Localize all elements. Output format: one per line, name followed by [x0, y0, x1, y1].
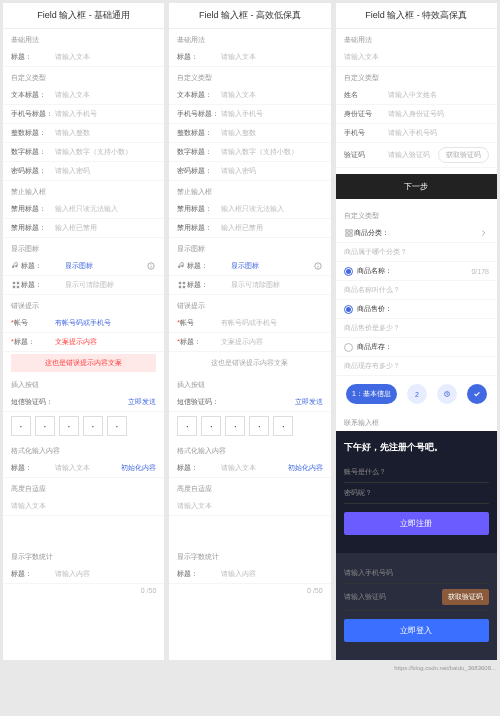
steps: 1：基本信息 2: [336, 376, 497, 412]
field-phone[interactable]: 手机号标题：请输入手机号: [3, 105, 164, 124]
send-button[interactable]: 立即发送: [295, 397, 323, 407]
code-box[interactable]: ·: [59, 416, 79, 436]
svg-rect-3: [13, 286, 15, 288]
field-code[interactable]: 验证码请输入验证码获取验证码: [336, 143, 497, 168]
field-pwd[interactable]: 密码标题：请输入密码: [3, 162, 164, 181]
field-icon-left[interactable]: 标题：显示图标: [169, 257, 330, 276]
field-name[interactable]: 姓名请输入中文姓名: [336, 86, 497, 105]
grid-icon: [177, 280, 187, 290]
field-error-phone[interactable]: 帐号有帐号码或手机号: [3, 314, 164, 333]
login-button[interactable]: 立即登入: [344, 619, 489, 642]
char-count: 0/178: [471, 268, 489, 275]
field-pname[interactable]: 商品名称叫什么？: [336, 281, 497, 300]
radio-icon[interactable]: [344, 305, 353, 314]
chevron-right-icon[interactable]: [479, 228, 489, 238]
field-stock-hdr: 商品库存：: [336, 338, 497, 357]
svg-rect-8: [179, 286, 181, 288]
field-phone[interactable]: 手机号请输入手机号码: [336, 124, 497, 143]
music-icon: [177, 261, 187, 271]
field-price[interactable]: 商品售价是多少？: [336, 319, 497, 338]
code-box[interactable]: ·: [35, 416, 55, 436]
code-box[interactable]: ·: [249, 416, 269, 436]
radio-icon[interactable]: [344, 343, 353, 352]
field-error-phone[interactable]: 帐号有帐号码或手机号: [169, 314, 330, 333]
code-box[interactable]: ·: [11, 416, 31, 436]
code-box[interactable]: ·: [177, 416, 197, 436]
label: 标题：: [11, 52, 55, 62]
field-auto[interactable]: 请输入文本: [3, 497, 164, 516]
svg-rect-10: [345, 230, 347, 232]
field-icon-left[interactable]: 标题：显示图标: [3, 257, 164, 276]
field-password[interactable]: 密码呢？: [344, 483, 489, 504]
field-basic[interactable]: 请输入文本: [336, 48, 497, 67]
music-icon: [11, 261, 21, 271]
send-button[interactable]: 立即发送: [128, 397, 156, 407]
init-button[interactable]: 初始化内容: [288, 463, 323, 473]
init-button[interactable]: 初始化内容: [121, 463, 156, 473]
get-code-button[interactable]: 获取验证码: [442, 589, 489, 605]
field-sms[interactable]: 短信验证码：立即发送: [3, 393, 164, 412]
field-format[interactable]: 标题：请输入文本初始化内容: [169, 459, 330, 478]
login-panel: 请输入手机号码 请输入验证码 获取验证码 立即登入: [336, 553, 497, 660]
field-auto[interactable]: 请输入文本: [169, 497, 330, 516]
field-category-ph[interactable]: 商品属于哪个分类？: [336, 243, 497, 262]
section-icon: 显示图标: [3, 238, 164, 257]
register-button[interactable]: 立即注册: [344, 512, 489, 535]
field-text[interactable]: 文本标题：请输入文本: [169, 86, 330, 105]
code-boxes[interactable]: · · · · ·: [169, 412, 330, 440]
step-3[interactable]: [437, 384, 457, 404]
section-custom: 自定义类型: [3, 67, 164, 86]
next-button[interactable]: 下一步: [336, 174, 497, 199]
svg-rect-13: [349, 234, 351, 236]
field-count[interactable]: 标题：请输入内容: [3, 565, 164, 584]
radio-icon[interactable]: [344, 267, 353, 276]
info-icon[interactable]: [313, 261, 323, 271]
svg-rect-11: [349, 230, 351, 232]
field-sms[interactable]: 短信验证码：立即发送: [169, 393, 330, 412]
input[interactable]: 请输入文本: [55, 52, 156, 62]
field-id[interactable]: 身份证号请输入身份证号码: [336, 105, 497, 124]
panel-title: 下午好，先注册个号吧。: [344, 441, 489, 454]
col-title: Field 输入框 - 高效低保真: [169, 3, 330, 29]
field-phone[interactable]: 请输入手机号码: [344, 563, 489, 584]
field-text[interactable]: 文本标题：请输入文本: [3, 86, 164, 105]
info-icon[interactable]: [146, 261, 156, 271]
svg-rect-2: [17, 282, 19, 284]
field-num[interactable]: 数字标题：请输入数字（支持小数）: [169, 143, 330, 162]
field-count[interactable]: 标题：请输入内容: [169, 565, 330, 584]
step-2[interactable]: 2: [407, 384, 427, 404]
step-1[interactable]: 1：基本信息: [346, 384, 397, 404]
code-box[interactable]: ·: [201, 416, 221, 436]
field-int[interactable]: 整数标题：请输入整数: [3, 124, 164, 143]
svg-rect-6: [179, 282, 181, 284]
error-message: 这也是错误提示内容文案: [177, 354, 322, 372]
field-pwd[interactable]: 密码标题：请输入密码: [169, 162, 330, 181]
field-account[interactable]: 账号是什么？: [344, 462, 489, 483]
code-box[interactable]: ·: [107, 416, 127, 436]
code-boxes[interactable]: · · · · ·: [3, 412, 164, 440]
field-category[interactable]: 商品分类：: [336, 224, 497, 243]
field-format[interactable]: 标题：请输入文本初始化内容: [3, 459, 164, 478]
get-code-button[interactable]: 获取验证码: [438, 147, 489, 163]
field-phone[interactable]: 手机号标题：请输入手机号: [169, 105, 330, 124]
field-basic[interactable]: 标题： 请输入文本: [3, 48, 164, 67]
field-num[interactable]: 数字标题：请输入数字（支持小数）: [3, 143, 164, 162]
field-stock[interactable]: 商品现存有多少？: [336, 357, 497, 376]
step-done[interactable]: [467, 384, 487, 404]
svg-rect-12: [345, 234, 347, 236]
field-code[interactable]: 请输入验证码 获取验证码: [344, 584, 489, 611]
field-pname-hdr: 商品名称： 0/178: [336, 262, 497, 281]
code-box[interactable]: ·: [225, 416, 245, 436]
field-icon-clear[interactable]: 标题：显示可清除图标: [3, 276, 164, 295]
category-icon: [344, 228, 354, 238]
svg-rect-9: [183, 286, 185, 288]
field-int[interactable]: 整数标题：请输入整数: [169, 124, 330, 143]
code-box[interactable]: ·: [273, 416, 293, 436]
field-error-tip[interactable]: 标题：文案提示内容: [3, 333, 164, 352]
field-basic[interactable]: 标题：请输入文本: [169, 48, 330, 67]
section-disabled: 禁止输入框: [3, 181, 164, 200]
field-icon-clear[interactable]: 标题：显示可清除图标: [169, 276, 330, 295]
section-basic: 基础用法: [3, 29, 164, 48]
code-box[interactable]: ·: [83, 416, 103, 436]
field-error-tip[interactable]: 标题：文案提示内容: [169, 333, 330, 352]
